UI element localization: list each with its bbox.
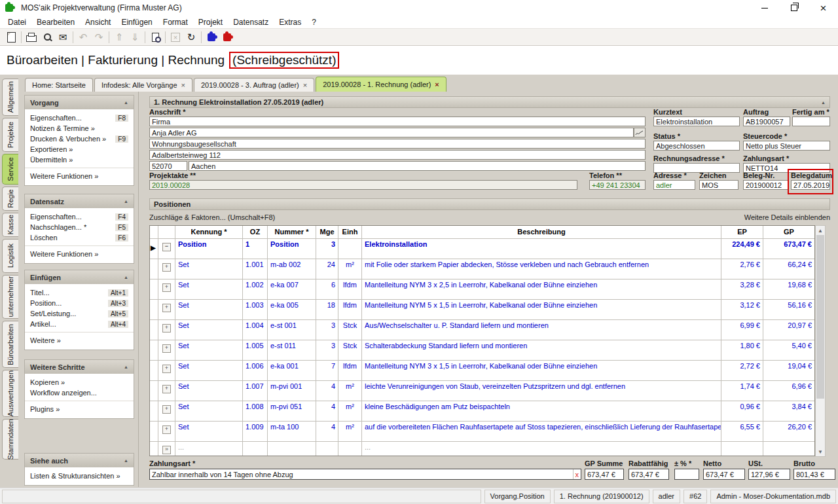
- table-row-set[interactable]: + Set 1.009 m-ta 100 4 m² auf die vorber…: [150, 422, 814, 442]
- sidebar-item-weitere[interactable]: Weitere »: [25, 332, 134, 346]
- expand-icon[interactable]: +: [162, 405, 171, 414]
- col-kennung[interactable]: Kennung *: [175, 226, 243, 238]
- expand-icon[interactable]: +: [162, 425, 171, 434]
- close-button[interactable]: [809, 0, 838, 16]
- sidebar-item-artikel[interactable]: Artikel...Alt+4: [25, 319, 134, 329]
- tab-infodesk[interactable]: Infodesk: Alle Vorgänge ×: [94, 78, 192, 92]
- sidebar-item-loeschen[interactable]: LöschenF6: [25, 232, 134, 243]
- collapse-icon[interactable]: −: [162, 243, 171, 251]
- sidebar-item-weitere-funktionen[interactable]: Weitere Funktionen »: [25, 168, 134, 181]
- panel-header[interactable]: Siehe auch: [25, 454, 134, 467]
- refresh-button[interactable]: [183, 30, 199, 45]
- col-mge[interactable]: Mge: [316, 226, 338, 238]
- menu-projekt[interactable]: Projekt: [193, 18, 228, 27]
- sidebar-item-kopieren[interactable]: Kopieren »: [25, 377, 134, 387]
- zeichen-field[interactable]: MOS: [699, 180, 738, 190]
- sidebar-item-nachschlagen[interactable]: Nachschlagen... *F5: [25, 222, 134, 232]
- menu-datensatz[interactable]: Datensatz: [228, 18, 274, 27]
- expand-icon[interactable]: +: [162, 263, 171, 272]
- tab-rechnung-active[interactable]: 2019.00028 - 1. Rechnung (adler) ×: [316, 77, 446, 92]
- expand-icon[interactable]: +: [162, 344, 171, 353]
- zuschlaege-link[interactable]: Zuschläge & Faktoren... (Umschalt+F8): [149, 213, 275, 221]
- sidebar-item-listen[interactable]: Listen & Strukturansichten »: [25, 471, 134, 481]
- move-up-button[interactable]: [111, 30, 127, 45]
- table-scrollbar[interactable]: ▲ ▼: [815, 225, 826, 457]
- table-row-set[interactable]: + Set 1.007 m-pvi 001 4 m² leichte Verun…: [150, 381, 814, 401]
- expand-icon[interactable]: +: [162, 365, 171, 373]
- module-tab-stammdaten[interactable]: Stammdaten: [2, 419, 18, 459]
- status-field[interactable]: Abgeschlossen: [653, 141, 740, 151]
- sidebar-item-exportieren[interactable]: Exportieren »: [25, 144, 134, 154]
- tab-auftrag[interactable]: 2019.00028 - 3. Auftrag (adler) ×: [194, 78, 314, 92]
- expand-icon[interactable]: +: [162, 304, 171, 312]
- document-search-button[interactable]: [147, 30, 163, 45]
- table-row-set[interactable]: + Set 1.008 m-pvi 051 4 m² kleine Beschä…: [150, 401, 814, 422]
- plz-field[interactable]: 52070: [149, 161, 187, 171]
- col-gp[interactable]: GP: [763, 226, 814, 238]
- adresse-field[interactable]: adler: [653, 180, 695, 190]
- module-tab-unternehmer[interactable]: unternehmer: [2, 275, 18, 319]
- menu-hilfe[interactable]: ?: [306, 18, 321, 27]
- anschrift-line1-field[interactable]: Firma: [149, 117, 646, 126]
- expand-icon[interactable]: +: [162, 324, 171, 333]
- pct-field[interactable]: [674, 469, 699, 480]
- sidebar-item-uebermitteln[interactable]: Übermitteln »: [25, 154, 134, 165]
- panel-header[interactable]: Weitere Schritte: [25, 360, 134, 374]
- menu-datei[interactable]: Datei: [3, 18, 31, 27]
- telefon-field[interactable]: +49 241 23304: [589, 180, 646, 190]
- col-beschreibung[interactable]: Beschreibung: [362, 226, 721, 238]
- anschrift-line4-field[interactable]: Adalbertsteinweg 112: [149, 150, 646, 160]
- menu-bearbeiten[interactable]: Bearbeiten: [31, 18, 80, 27]
- redo-button[interactable]: [91, 30, 107, 45]
- sidebar-item-workflow[interactable]: Workflow anzeigen...: [25, 387, 134, 398]
- signature-button[interactable]: [634, 128, 646, 137]
- minimize-button[interactable]: [750, 0, 779, 16]
- anschrift-line3-field[interactable]: Wohnungsbaugesellschaft: [149, 139, 646, 149]
- col-ep[interactable]: EP: [721, 226, 763, 238]
- module-tab-auswertungen[interactable]: Auswertungen: [2, 370, 18, 417]
- sidebar-item-drucken[interactable]: Drucken & Verbuchen »F9: [25, 134, 134, 144]
- restore-button[interactable]: [779, 0, 809, 16]
- table-row-set[interactable]: + Set 1.004 e-st 001 3 Stck Aus/Wechsels…: [150, 320, 814, 340]
- beleg-nr-field[interactable]: 201900012: [743, 180, 789, 190]
- plugin-blue-button[interactable]: [204, 30, 219, 45]
- print-preview-button[interactable]: [39, 30, 55, 45]
- module-tab-projekte[interactable]: Projekte: [2, 118, 18, 152]
- module-tab-service[interactable]: Service: [2, 154, 18, 185]
- sidebar-item-plugins[interactable]: Plugins »: [25, 401, 134, 414]
- scrollbar-thumb[interactable]: [816, 235, 824, 399]
- plugin-red-button[interactable]: [219, 30, 235, 45]
- kurztext-field[interactable]: Elektroinstallation: [653, 117, 740, 126]
- move-down-button[interactable]: [127, 30, 143, 45]
- anschrift-line2-field[interactable]: Anja Adler AG: [149, 128, 634, 137]
- projektakte-field[interactable]: 2019.00028: [149, 180, 577, 190]
- table-row-position[interactable]: − Position 1 Position 3 Elektroinstallat…: [150, 239, 814, 259]
- sidebar-item-position[interactable]: Position...Alt+3: [25, 298, 134, 308]
- auftrag-field[interactable]: AB1900057: [743, 117, 790, 126]
- menu-format[interactable]: Format: [158, 18, 193, 27]
- panel-header[interactable]: Einfügen: [25, 270, 134, 284]
- col-einh[interactable]: Einh: [338, 226, 362, 238]
- module-tab-kasse[interactable]: Kasse: [2, 213, 18, 237]
- collapse-icon[interactable]: ▲: [821, 100, 826, 105]
- table-row-set[interactable]: + Set 1.001 m-ab 002 24 m² mit Folie ode…: [150, 259, 814, 279]
- stop-button[interactable]: ×: [168, 30, 183, 45]
- fertig-am-field[interactable]: [792, 117, 830, 126]
- tab-close-icon[interactable]: ×: [303, 81, 307, 89]
- steuercode-field[interactable]: Netto plus Steuer: [743, 141, 830, 151]
- module-tab-allgemein[interactable]: Allgemein: [2, 79, 18, 116]
- expand-icon[interactable]: +: [162, 283, 171, 292]
- sidebar-item-set-leistung[interactable]: Set/Leistung...Alt+5: [25, 308, 134, 319]
- module-tab-regie[interactable]: Regie: [2, 187, 18, 211]
- table-row-set[interactable]: + Set 1.006 e-ka 001 7 lfdm Mantelleitun…: [150, 361, 814, 381]
- tab-close-icon[interactable]: ×: [435, 81, 439, 88]
- weitere-details-link[interactable]: Weitere Details einblenden: [744, 213, 830, 221]
- tab-home[interactable]: Home: Startseite: [25, 78, 93, 92]
- menu-extras[interactable]: Extras: [274, 18, 306, 27]
- scroll-down-icon[interactable]: ▼: [818, 447, 823, 456]
- menu-ansicht[interactable]: Ansicht: [80, 18, 116, 27]
- table-row-more[interactable]: » ... ...: [150, 442, 814, 456]
- print-button[interactable]: [24, 30, 39, 45]
- module-tab-bueroarbeiten[interactable]: Büroarbeiten: [2, 321, 18, 368]
- sidebar-item-eigenschaften-ds[interactable]: Eigenschaften...F4: [25, 211, 134, 222]
